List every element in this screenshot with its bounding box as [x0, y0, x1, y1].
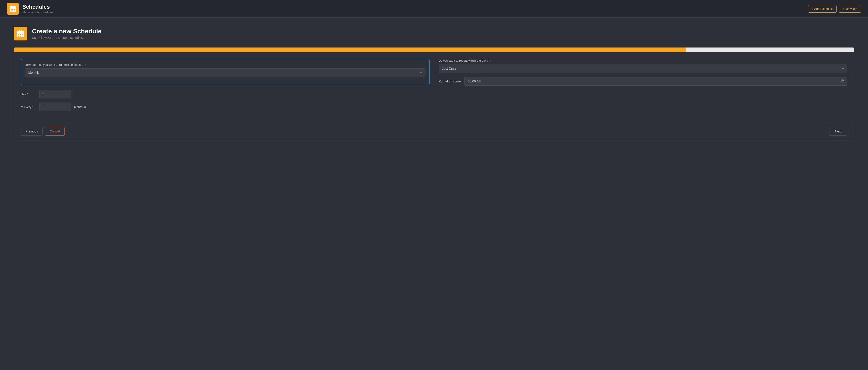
repeat-label: Do you want to repeat within the day? * — [439, 59, 847, 62]
previous-button[interactable]: Previous — [21, 127, 43, 136]
run-time-input[interactable] — [464, 77, 847, 86]
footer-left-buttons: Previous Cancel — [21, 127, 65, 136]
of-every-required: * — [32, 105, 33, 109]
day-required: * — [27, 92, 28, 96]
clock-icon: ⏱ — [841, 79, 844, 83]
add-schedule-button[interactable]: + Add Schedule — [808, 5, 837, 12]
view-job-button[interactable]: ≡ View Job — [839, 5, 861, 12]
progress-filled — [14, 48, 686, 52]
main-content: Create a new Schedule Use this wizard to… — [0, 18, 868, 150]
svg-rect-8 — [12, 10, 13, 11]
cancel-button[interactable]: Cancel — [45, 127, 65, 136]
header-title-group: Schedules Manage Job Schedules. — [22, 4, 54, 14]
wizard-body: How often do you want to run this schedu… — [14, 52, 854, 122]
header-left: Schedules Manage Job Schedules. — [7, 3, 54, 15]
svg-rect-3 — [13, 5, 14, 7]
app-header: Schedules Manage Job Schedules. + Add Sc… — [0, 0, 868, 18]
of-every-row: of every * month(s) — [21, 103, 430, 111]
svg-rect-2 — [11, 5, 12, 7]
svg-rect-6 — [14, 9, 15, 10]
progress-bar — [14, 48, 854, 52]
months-unit-label: month(s) — [74, 105, 86, 109]
day-row: Day * — [21, 90, 430, 98]
frequency-form-group: How often do you want to run this schedu… — [25, 63, 426, 77]
svg-rect-5 — [12, 9, 13, 10]
of-every-input[interactable] — [39, 103, 71, 111]
run-time-label: Run at this time — [439, 80, 461, 83]
svg-rect-17 — [20, 36, 21, 37]
time-input-wrapper: ⏱ — [464, 77, 847, 86]
of-every-label: of every * — [21, 105, 37, 109]
frequency-required: * — [85, 63, 86, 66]
header-buttons: + Add Schedule ≡ View Job — [808, 5, 861, 12]
svg-rect-15 — [22, 34, 23, 35]
svg-rect-14 — [20, 34, 21, 35]
page-subtitle: Use this wizard to set up a schedule. — [32, 36, 101, 39]
run-time-row: Run at this time ⏱ — [439, 77, 847, 86]
page-header-text: Create a new Schedule Use this wizard to… — [32, 28, 101, 39]
page-header-icon — [14, 27, 27, 40]
wizard-footer: Previous Cancel Next — [14, 122, 854, 140]
page-header: Create a new Schedule Use this wizard to… — [14, 27, 854, 40]
next-button[interactable]: Next — [829, 127, 847, 136]
svg-rect-7 — [11, 10, 12, 11]
svg-rect-13 — [18, 34, 20, 35]
frequency-select[interactable]: Monthly Just Once Hourly Daily Weekly Ye… — [25, 68, 426, 77]
app-title: Schedules — [22, 4, 54, 10]
frequency-box: How often do you want to run this schedu… — [21, 59, 430, 85]
page-title: Create a new Schedule — [32, 28, 101, 35]
svg-rect-4 — [11, 9, 12, 10]
svg-rect-11 — [19, 30, 20, 32]
repeat-required: * — [490, 59, 491, 62]
progress-empty — [686, 48, 854, 52]
day-input[interactable] — [39, 90, 71, 98]
svg-rect-10 — [17, 31, 24, 33]
app-logo-icon — [7, 3, 19, 15]
wizard-col-right: Do you want to repeat within the day? * … — [439, 59, 847, 115]
svg-rect-1 — [9, 6, 16, 8]
repeat-form-group: Do you want to repeat within the day? * … — [439, 59, 847, 73]
wizard-col-left: How often do you want to run this schedu… — [21, 59, 430, 115]
frequency-label: How often do you want to run this schedu… — [25, 63, 426, 66]
day-label: Day * — [21, 92, 37, 96]
wizard-card: How often do you want to run this schedu… — [14, 47, 854, 140]
app-subtitle: Manage Job Schedules. — [22, 10, 54, 14]
wizard-columns: How often do you want to run this schedu… — [21, 59, 847, 115]
svg-rect-16 — [18, 36, 20, 37]
repeat-select[interactable]: Just Once Every N Minutes Every N Hours — [439, 64, 847, 73]
svg-rect-12 — [21, 30, 22, 32]
